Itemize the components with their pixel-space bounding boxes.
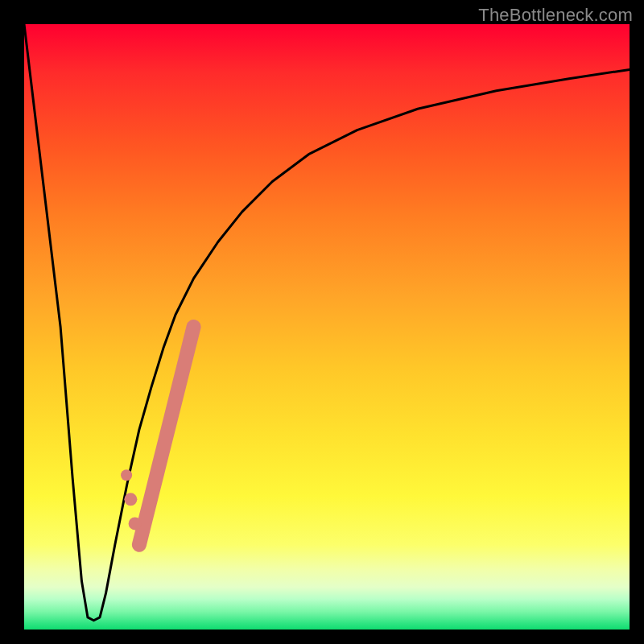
svg-point-1 [124, 493, 137, 506]
chart-svg [24, 24, 630, 630]
plot-area [24, 24, 630, 630]
chart-frame: TheBottleneck.com [0, 0, 644, 644]
bottleneck-curve [24, 24, 630, 621]
svg-point-0 [129, 517, 142, 530]
highlight-segment [139, 327, 194, 545]
watermark-text: TheBottleneck.com [478, 5, 633, 26]
svg-point-2 [121, 469, 132, 481]
